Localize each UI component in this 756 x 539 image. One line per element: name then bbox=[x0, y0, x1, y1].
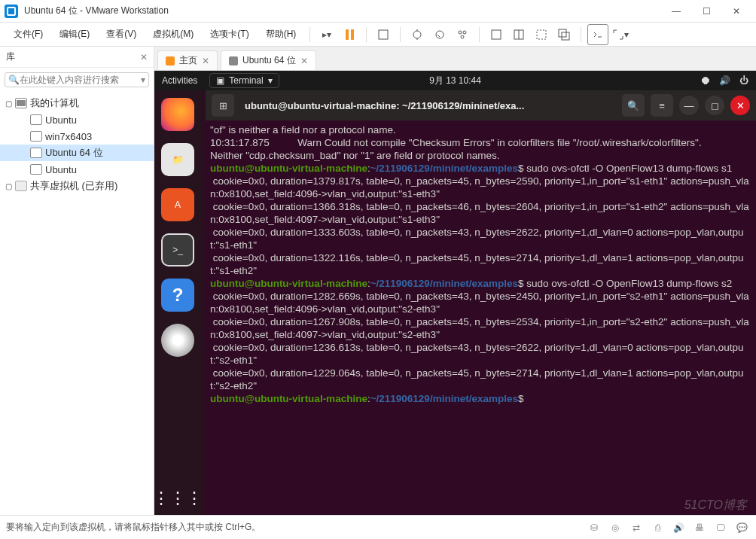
dock-terminal[interactable]: >_ bbox=[161, 233, 194, 266]
menu-help[interactable]: 帮助(H) bbox=[258, 25, 304, 44]
chevron-down-icon: ▾ bbox=[268, 75, 273, 86]
network-icon bbox=[15, 181, 27, 191]
dock-files[interactable]: 📁 bbox=[161, 143, 194, 176]
menu-file[interactable]: 文件(F) bbox=[6, 25, 50, 44]
tab-home[interactable]: 主页 ✕ bbox=[157, 50, 218, 70]
dock-help[interactable]: ? bbox=[161, 279, 194, 312]
volume-icon[interactable]: 🔊 bbox=[719, 75, 730, 86]
minimize-button[interactable]: — bbox=[661, 1, 691, 22]
tab-close-icon[interactable]: ✕ bbox=[300, 56, 308, 66]
vm-icon bbox=[30, 131, 42, 142]
status-cd-icon[interactable]: ◎ bbox=[607, 519, 623, 536]
window-maximize-button[interactable]: ◻ bbox=[705, 96, 724, 115]
snapshot-button[interactable] bbox=[373, 24, 394, 45]
library-tree: ▢ 我的计算机 Ubuntu win7x6403 Ubuntu 64 位 Ubu… bbox=[0, 92, 154, 197]
tree-root-label: 我的计算机 bbox=[30, 96, 79, 110]
status-sound-icon[interactable]: 🔊 bbox=[670, 519, 687, 536]
svg-rect-9 bbox=[537, 30, 546, 39]
clock[interactable]: 9月 13 10:44 bbox=[429, 75, 481, 87]
library-header: 库 ✕ bbox=[0, 47, 154, 68]
status-usb-icon[interactable]: ⎙ bbox=[649, 519, 666, 536]
window-minimize-button[interactable]: — bbox=[679, 96, 699, 115]
tree-root-mycomputer[interactable]: ▢ 我的计算机 bbox=[0, 95, 154, 111]
view-unity-button[interactable] bbox=[553, 24, 575, 45]
search-dropdown-icon[interactable]: ▾ bbox=[141, 75, 145, 85]
status-bar: 要将输入定向到该虚拟机，请将鼠标指针移入其中或按 Ctrl+G。 ⛁ ◎ ⇄ ⎙… bbox=[0, 515, 756, 539]
svg-point-1 bbox=[413, 31, 421, 38]
library-panel: 库 ✕ 🔍 ▾ ▢ 我的计算机 Ubuntu win7x6403 bbox=[0, 47, 154, 515]
system-tray[interactable]: ⯃ 🔊 ⏻ bbox=[701, 75, 748, 86]
dock-software[interactable]: A bbox=[161, 188, 194, 221]
gnome-topbar: Activities ▣ Terminal ▾ 9月 13 10:44 ⯃ 🔊 … bbox=[154, 71, 756, 90]
library-search[interactable]: 🔍 ▾ bbox=[5, 72, 149, 87]
tree-item-ubuntu1[interactable]: Ubuntu bbox=[0, 111, 154, 128]
menu-tabs[interactable]: 选项卡(T) bbox=[203, 25, 256, 44]
maximize-button[interactable]: ☐ bbox=[691, 1, 721, 22]
console-button[interactable] bbox=[587, 24, 608, 45]
gnome-desktop: 📁 A >_ ? ⋮⋮⋮ ⊞ ubuntu@ubuntu-virtual-mac… bbox=[154, 90, 756, 515]
window-title: Ubuntu 64 位 - VMware Workstation bbox=[24, 5, 661, 17]
leaf-icon: ▢ bbox=[5, 182, 12, 190]
power-icon[interactable]: ⏻ bbox=[739, 75, 748, 86]
status-disk-icon[interactable]: ⛁ bbox=[586, 519, 602, 536]
menu-view[interactable]: 查看(V) bbox=[99, 25, 144, 44]
terminal-search-button[interactable]: 🔍 bbox=[622, 94, 645, 117]
active-app-indicator[interactable]: ▣ Terminal ▾ bbox=[209, 73, 279, 88]
play-dropdown-button[interactable]: ▸▾ bbox=[316, 24, 337, 45]
status-net-icon[interactable]: ⇄ bbox=[628, 519, 645, 536]
pause-button[interactable] bbox=[339, 24, 360, 45]
snapshot-manager-button[interactable] bbox=[452, 24, 473, 45]
snapshot-take-button[interactable] bbox=[407, 24, 428, 45]
library-title: 库 bbox=[6, 50, 15, 63]
search-input[interactable] bbox=[20, 75, 138, 85]
new-tab-button[interactable]: ⊞ bbox=[212, 94, 234, 117]
svg-point-5 bbox=[461, 35, 464, 38]
terminal-menu-button[interactable]: ≡ bbox=[651, 94, 673, 117]
terminal-body[interactable]: "of" is neither a field nor a protocol n… bbox=[206, 120, 756, 515]
menu-edit[interactable]: 编辑(E) bbox=[52, 25, 97, 44]
collapse-icon[interactable]: ▢ bbox=[5, 99, 12, 108]
vm-icon bbox=[30, 114, 42, 125]
terminal-title: ubuntu@ubuntu-virtual-machine: ~/2119061… bbox=[240, 100, 616, 111]
dock: 📁 A >_ ? ⋮⋮⋮ bbox=[154, 90, 201, 515]
view-single-button[interactable] bbox=[486, 24, 507, 45]
vm-icon bbox=[30, 164, 42, 175]
computer-icon bbox=[15, 98, 27, 108]
tree-item-ubuntu2[interactable]: Ubuntu bbox=[0, 161, 154, 178]
vm-icon bbox=[30, 148, 42, 158]
activities-button[interactable]: Activities bbox=[162, 75, 197, 86]
titlebar: Ubuntu 64 位 - VMware Workstation — ☐ ✕ bbox=[0, 0, 756, 23]
view-quickswitch-button[interactable] bbox=[531, 24, 552, 45]
view-split-button[interactable] bbox=[508, 24, 529, 45]
window-close-button[interactable]: ✕ bbox=[730, 96, 750, 115]
tree-item-ubuntu64[interactable]: Ubuntu 64 位 bbox=[0, 145, 154, 161]
tab-close-icon[interactable]: ✕ bbox=[202, 56, 209, 66]
svg-rect-6 bbox=[492, 30, 501, 39]
dock-firefox[interactable] bbox=[161, 98, 194, 131]
tree-shared-vms[interactable]: ▢ 共享虚拟机 (已弃用) bbox=[0, 178, 154, 194]
svg-point-2 bbox=[436, 31, 444, 38]
close-button[interactable]: ✕ bbox=[721, 1, 751, 22]
fullscreen-button[interactable]: ▾ bbox=[610, 24, 631, 45]
snapshot-revert-button[interactable] bbox=[429, 24, 450, 45]
svg-point-3 bbox=[459, 31, 462, 34]
status-hint: 要将输入定向到该虚拟机，请将鼠标指针移入其中或按 Ctrl+G。 bbox=[6, 521, 261, 534]
guest-screen[interactable]: Activities ▣ Terminal ▾ 9月 13 10:44 ⯃ 🔊 … bbox=[154, 71, 756, 515]
vmware-icon bbox=[5, 5, 18, 18]
status-printer-icon[interactable]: 🖶 bbox=[691, 519, 708, 536]
menubar: 文件(F) 编辑(E) 查看(V) 虚拟机(M) 选项卡(T) 帮助(H) ▸▾… bbox=[0, 23, 756, 47]
search-icon: 🔍 bbox=[8, 75, 20, 85]
tab-ubuntu64[interactable]: Ubuntu 64 位 ✕ bbox=[221, 50, 316, 70]
terminal-titlebar: ⊞ ubuntu@ubuntu-virtual-machine: ~/21190… bbox=[206, 90, 756, 120]
library-close-icon[interactable]: ✕ bbox=[140, 52, 148, 62]
dock-apps-grid[interactable]: ⋮⋮⋮ bbox=[161, 482, 194, 515]
dock-disc[interactable] bbox=[161, 324, 194, 357]
menu-vm[interactable]: 虚拟机(M) bbox=[145, 25, 201, 44]
status-display-icon[interactable]: 🖵 bbox=[712, 519, 729, 536]
status-message-icon[interactable]: 💬 bbox=[733, 519, 750, 536]
vm-tab-icon bbox=[229, 56, 238, 65]
tree-item-win7[interactable]: win7x6403 bbox=[0, 128, 154, 145]
network-icon[interactable]: ⯃ bbox=[701, 75, 710, 86]
terminal-window: ⊞ ubuntu@ubuntu-virtual-machine: ~/21190… bbox=[206, 90, 756, 515]
svg-rect-0 bbox=[379, 30, 388, 39]
